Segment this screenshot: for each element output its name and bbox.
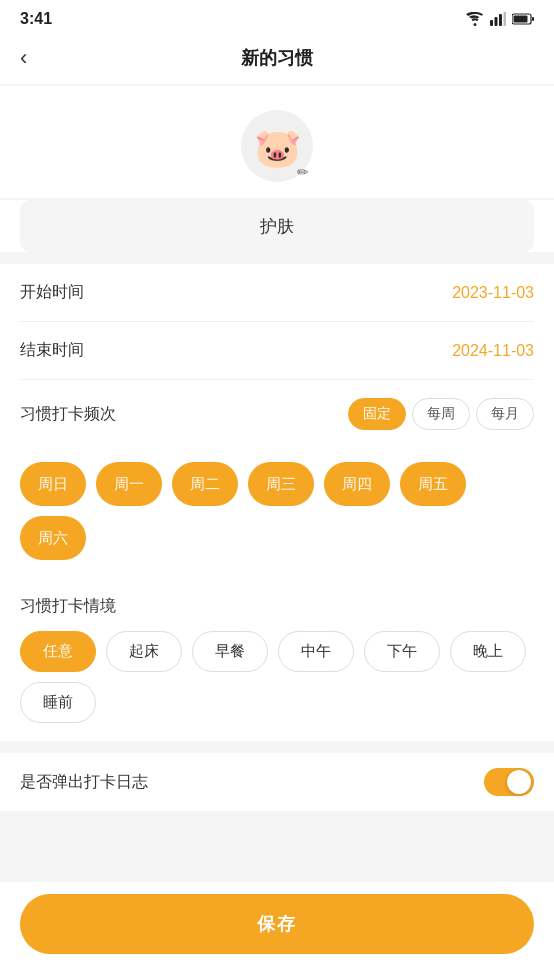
svg-rect-1	[495, 17, 498, 26]
signal-icon	[490, 12, 506, 26]
back-button[interactable]: ‹	[20, 47, 27, 69]
habit-name-input[interactable]	[20, 200, 534, 252]
end-time-label: 结束时间	[20, 340, 84, 361]
day-btn-2[interactable]: 周二	[172, 462, 238, 506]
freq-tab-fixed[interactable]: 固定	[348, 398, 406, 430]
toggle-knob	[507, 770, 531, 794]
start-time-label: 开始时间	[20, 282, 84, 303]
day-btn-4[interactable]: 周四	[324, 462, 390, 506]
svg-rect-2	[499, 14, 502, 26]
frequency-label: 习惯打卡频次	[20, 404, 116, 425]
freq-tab-weekly[interactable]: 每周	[412, 398, 470, 430]
svg-rect-0	[490, 20, 493, 26]
context-section-label: 习惯打卡情境	[0, 578, 554, 627]
save-btn-wrapper: 保存	[0, 882, 554, 978]
ctx-btn-3[interactable]: 中午	[278, 631, 354, 672]
context-buttons-section: 任意 起床 早餐 中午 下午 晚上 睡前	[0, 627, 554, 741]
ctx-btn-2[interactable]: 早餐	[192, 631, 268, 672]
status-icons	[466, 12, 534, 26]
svg-rect-3	[504, 12, 507, 26]
status-time: 3:41	[20, 10, 52, 28]
ctx-btn-6[interactable]: 睡前	[20, 682, 96, 723]
frequency-row: 习惯打卡频次 固定 每周 每月	[20, 380, 534, 448]
ctx-btn-4[interactable]: 下午	[364, 631, 440, 672]
start-time-value: 2023-11-03	[452, 284, 534, 302]
svg-rect-5	[514, 16, 528, 23]
svg-rect-6	[532, 17, 534, 21]
wifi-icon	[466, 12, 484, 26]
end-time-row[interactable]: 结束时间 2024-11-03	[20, 322, 534, 380]
day-buttons-section: 周日 周一 周二 周三 周四 周五 周六	[0, 448, 554, 578]
edit-avatar-icon[interactable]: ✏	[293, 162, 313, 182]
toggle-switch[interactable]	[484, 768, 534, 796]
status-bar: 3:41	[0, 0, 554, 34]
save-button[interactable]: 保存	[20, 894, 534, 954]
toggle-label: 是否弹出打卡日志	[20, 772, 148, 793]
day-btn-6[interactable]: 周六	[20, 516, 86, 560]
day-btn-1[interactable]: 周一	[96, 462, 162, 506]
ctx-btn-5[interactable]: 晚上	[450, 631, 526, 672]
toggle-row: 是否弹出打卡日志	[0, 753, 554, 811]
battery-icon	[512, 13, 534, 25]
name-input-section	[0, 200, 554, 252]
freq-tab-monthly[interactable]: 每月	[476, 398, 534, 430]
frequency-tabs: 固定 每周 每月	[348, 398, 534, 430]
avatar-section: 🐷 ✏	[0, 86, 554, 198]
header: ‹ 新的习惯	[0, 34, 554, 84]
page-title: 新的习惯	[241, 46, 313, 70]
ctx-btn-0[interactable]: 任意	[20, 631, 96, 672]
ctx-btn-1[interactable]: 起床	[106, 631, 182, 672]
day-btn-3[interactable]: 周三	[248, 462, 314, 506]
end-time-value: 2024-11-03	[452, 342, 534, 360]
day-btn-0[interactable]: 周日	[20, 462, 86, 506]
start-time-row[interactable]: 开始时间 2023-11-03	[20, 264, 534, 322]
day-btn-5[interactable]: 周五	[400, 462, 466, 506]
form-section: 开始时间 2023-11-03 结束时间 2024-11-03 习惯打卡频次 固…	[0, 264, 554, 448]
avatar-wrapper[interactable]: 🐷 ✏	[241, 110, 313, 182]
